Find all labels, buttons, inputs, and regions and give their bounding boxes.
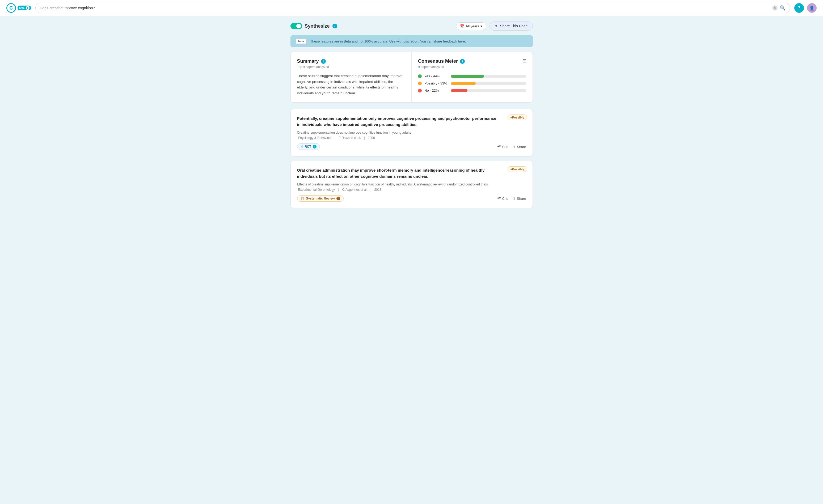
paper-1-cite-button[interactable]: ❝❞ Cite bbox=[497, 145, 508, 149]
paper-1-study-info-icon[interactable]: i bbox=[313, 145, 317, 149]
beta-badge: beta 1 bbox=[18, 6, 31, 10]
summary-title: Summary bbox=[297, 58, 319, 64]
possibly-bar-track bbox=[451, 82, 526, 85]
cite-icon-2: ❝❞ bbox=[497, 197, 501, 201]
beta-banner: beta These features are in Beta and not … bbox=[291, 35, 533, 47]
possibly-bar-fill bbox=[451, 82, 476, 85]
consensus-filter-icon[interactable]: ☰ bbox=[522, 58, 526, 63]
paper-2-year: 2018 bbox=[374, 188, 381, 192]
share-icon: ⬆ bbox=[495, 24, 498, 28]
paper-1-journal: Physiology & Behaviour bbox=[298, 136, 332, 140]
paper-1-share-button[interactable]: ⬆ Share bbox=[513, 145, 526, 149]
paper-2-separator-2: | bbox=[370, 188, 371, 192]
search-clear-button[interactable]: ✕ bbox=[772, 5, 778, 11]
paper-2-authors: K. Avgerinos et al. bbox=[342, 188, 367, 192]
no-label: No - 22% bbox=[425, 89, 448, 93]
yes-label: Yes - 44% bbox=[425, 74, 448, 78]
paper-1-separator-2: | bbox=[364, 136, 365, 140]
paper-2-separator-1: | bbox=[338, 188, 339, 192]
consensus-bar-yes: Yes - 44% bbox=[418, 74, 526, 78]
paper-1-study-type-label: RCT bbox=[305, 145, 311, 149]
calendar-icon: 📅 bbox=[460, 24, 464, 28]
cite-label-2: Cite bbox=[502, 197, 508, 201]
paper-2-badge: +Possibly bbox=[508, 166, 527, 172]
synthesize-label: Synthesize bbox=[305, 23, 330, 29]
paper-1-separator-1: | bbox=[335, 136, 336, 140]
paper-2-actions: ❝❞ Cite ⬆ Share bbox=[497, 197, 526, 201]
consensus-subtitle: 9 papers analyzed bbox=[418, 65, 465, 69]
beta-count: 1 bbox=[26, 6, 29, 10]
consensus-title-row: Consensus Meter i bbox=[418, 58, 465, 64]
years-filter-button[interactable]: 📅 All years ▾ bbox=[456, 22, 487, 30]
logo-icon[interactable]: C bbox=[6, 3, 16, 13]
paper-1-meta: Physiology & Behaviour | E.Rawson et al.… bbox=[297, 136, 526, 140]
consensus-bar-no: No - 22% bbox=[418, 89, 526, 93]
chevron-down-icon: ▾ bbox=[480, 24, 482, 28]
summary-panel: Summary i Top 9 papers analyzed These st… bbox=[291, 52, 412, 102]
paper-1-year: 2008 bbox=[368, 136, 375, 140]
no-bar-fill bbox=[451, 89, 467, 92]
share-page-button[interactable]: ⬆ Share This Page bbox=[490, 21, 532, 30]
beta-tag: beta bbox=[296, 38, 307, 44]
logo[interactable]: C beta 1 bbox=[6, 3, 31, 13]
toolbar: Synthesize i 📅 All years ▾ ⬆ Share This … bbox=[291, 21, 533, 30]
possibly-dot bbox=[418, 81, 422, 85]
paper-1-authors: E.Rawson et al. bbox=[339, 136, 361, 140]
paper-2-share-button[interactable]: ⬆ Share bbox=[513, 197, 526, 201]
header-right: ? 👤 bbox=[794, 3, 817, 13]
paper-2-title[interactable]: Oral creatine administration may improve… bbox=[297, 167, 526, 179]
no-dot bbox=[418, 89, 422, 93]
paper-2-footer: 📋 Systematic Review i ❝❞ Cite ⬆ Share bbox=[297, 195, 526, 202]
consensus-header: Consensus Meter i 9 papers analyzed ☰ bbox=[418, 58, 526, 73]
consensus-panel: Consensus Meter i 9 papers analyzed ☰ Ye… bbox=[412, 52, 532, 102]
consensus-bar-possibly: Possibly - 33% bbox=[418, 81, 526, 85]
consensus-title: Consensus Meter bbox=[418, 58, 458, 64]
summary-title-row: Summary i bbox=[297, 58, 405, 64]
paper-1-subtitle: Creatine supplementation does not improv… bbox=[297, 131, 526, 135]
paper-1-footer: ✕ RCT i ❝❞ Cite ⬆ Share bbox=[297, 144, 526, 150]
paper-2-cite-button[interactable]: ❝❞ Cite bbox=[497, 197, 508, 201]
paper-1-actions: ❝❞ Cite ⬆ Share bbox=[497, 145, 526, 149]
paper-2-subtitle: Effects of creatine supplementation on c… bbox=[297, 182, 526, 186]
avatar[interactable]: 👤 bbox=[807, 3, 817, 13]
paper-card-2: +Possibly Oral creatine administration m… bbox=[291, 161, 533, 208]
paper-2-study-type[interactable]: 📋 Systematic Review i bbox=[297, 195, 344, 202]
search-submit-button[interactable]: 🔍 bbox=[780, 5, 786, 11]
main-content: Synthesize i 📅 All years ▾ ⬆ Share This … bbox=[284, 16, 539, 218]
help-button[interactable]: ? bbox=[794, 3, 804, 13]
beta-banner-message: These features are in Beta and not 100% … bbox=[310, 39, 466, 43]
paper-1-title[interactable]: Potentially, creatine supplementation on… bbox=[297, 116, 526, 128]
paper-2-study-info-icon[interactable]: i bbox=[336, 197, 340, 200]
share-icon-2: ⬆ bbox=[513, 145, 515, 149]
synthesize-toggle-group: Synthesize i bbox=[291, 23, 337, 29]
years-label: All years bbox=[466, 24, 479, 28]
paper-2-meta: Experimental Gerontology | K. Avgerinos … bbox=[297, 188, 526, 192]
search-input[interactable] bbox=[40, 6, 770, 10]
paper-2-journal: Experimental Gerontology bbox=[298, 188, 335, 192]
no-bar-track bbox=[451, 89, 526, 92]
summary-consensus-panel: Summary i Top 9 papers analyzed These st… bbox=[291, 52, 533, 103]
yes-bar-track bbox=[451, 75, 526, 78]
summary-text: These studies suggest that creatine supp… bbox=[297, 73, 405, 96]
cite-icon: ❝❞ bbox=[497, 145, 501, 149]
rct-icon: ✕ bbox=[301, 145, 303, 149]
paper-card-1: +Possibly Potentially, creatine suppleme… bbox=[291, 109, 533, 157]
review-icon: 📋 bbox=[301, 197, 305, 200]
beta-label: beta bbox=[19, 7, 25, 10]
paper-2-study-type-label: Systematic Review bbox=[306, 197, 335, 200]
yes-bar-fill bbox=[451, 75, 484, 78]
consensus-info-icon[interactable]: i bbox=[460, 59, 465, 64]
toolbar-right: 📅 All years ▾ ⬆ Share This Page bbox=[456, 21, 533, 30]
yes-dot bbox=[418, 74, 422, 78]
synthesize-info-icon[interactable]: i bbox=[332, 24, 337, 28]
share-label-2: Share bbox=[517, 197, 526, 201]
summary-subtitle: Top 9 papers analyzed bbox=[297, 65, 405, 69]
paper-1-badge: +Possibly bbox=[508, 115, 527, 120]
search-bar: ✕ 🔍 bbox=[35, 3, 790, 13]
summary-info-icon[interactable]: i bbox=[321, 59, 326, 64]
share-icon-3: ⬆ bbox=[513, 197, 515, 201]
cite-label: Cite bbox=[502, 145, 508, 149]
synthesize-toggle[interactable] bbox=[291, 23, 302, 29]
paper-1-study-type[interactable]: ✕ RCT i bbox=[297, 144, 320, 150]
share-page-label: Share This Page bbox=[500, 24, 527, 28]
